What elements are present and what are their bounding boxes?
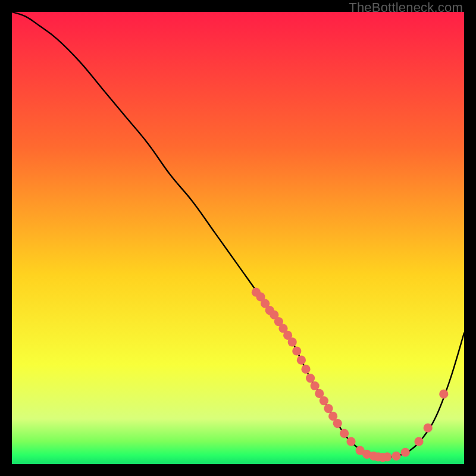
curve-marker — [340, 429, 349, 438]
chart-frame — [12, 12, 464, 464]
curve-marker — [383, 452, 392, 461]
curve-marker — [439, 390, 448, 399]
curve-marker — [392, 452, 400, 461]
curve-marker — [414, 437, 423, 446]
curve-marker — [301, 365, 310, 374]
curve-marker — [346, 437, 355, 446]
curve-marker — [320, 396, 328, 405]
curve-marker — [297, 356, 306, 365]
curve-marker — [424, 424, 433, 433]
chart-svg — [12, 12, 464, 464]
curve-marker — [401, 448, 410, 457]
watermark-text: TheBottleneck.com — [349, 0, 463, 15]
gradient-background — [12, 12, 464, 464]
curve-marker — [324, 404, 333, 413]
curve-marker — [333, 419, 342, 428]
curve-marker — [288, 337, 297, 346]
curve-marker — [311, 381, 320, 390]
curve-marker — [292, 346, 301, 355]
curve-marker — [306, 374, 315, 383]
